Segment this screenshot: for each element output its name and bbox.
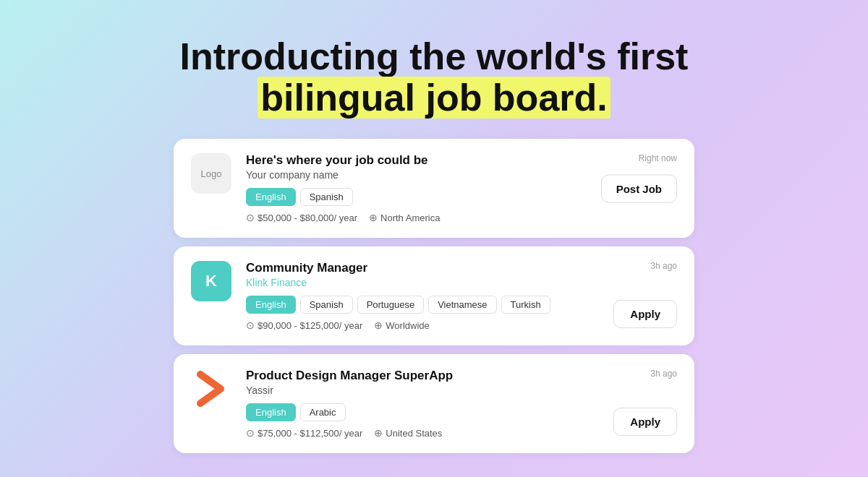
job-company: Klink Finance	[246, 277, 677, 288]
tag-vietnamese: Vietnamese	[428, 296, 496, 314]
job-company: Yassir	[246, 384, 677, 396]
tag-arabic: Arabic	[300, 403, 346, 421]
location-value: United States	[386, 428, 442, 439]
salary-value: $90,000 - $125,000/ year	[258, 320, 362, 331]
job-card-content: 3h ago Product Design Manager SuperApp Y…	[246, 369, 677, 439]
salary-icon: ⊙	[246, 212, 255, 223]
salary-info: ⊙ $50,000 - $80,000/ year	[246, 212, 357, 223]
job-card-community-manager: K 3h ago Community Manager Klink Finance…	[174, 246, 694, 345]
job-title: Product Design Manager SuperApp	[246, 369, 677, 383]
company-logo-klink: K	[191, 261, 231, 301]
language-tags: English Spanish Portuguese Vietnamese Tu…	[246, 296, 677, 314]
salary-value: $75,000 - $112,500/ year	[258, 428, 362, 439]
location-icon: ⊕	[369, 212, 378, 223]
company-logo-yassir	[191, 369, 231, 409]
location-info: ⊕ United States	[374, 427, 442, 439]
location-info: ⊕ North America	[369, 212, 440, 223]
yassir-chevron	[191, 369, 231, 409]
location-value: Worldwide	[386, 320, 429, 331]
hero-line2: bilingual job board.	[180, 77, 689, 119]
job-card-content: 3h ago Community Manager Klink Finance E…	[246, 261, 677, 331]
job-time: 3h ago	[650, 261, 677, 271]
job-meta: ⊙ $50,000 - $80,000/ year ⊕ North Americ…	[246, 212, 677, 223]
apply-button[interactable]: Apply	[613, 300, 677, 328]
job-meta: ⊙ $90,000 - $125,000/ year ⊕ Worldwide	[246, 319, 677, 331]
language-tags: English Arabic	[246, 403, 677, 421]
hero-line1: Introducting the world's first	[180, 36, 689, 77]
salary-info: ⊙ $75,000 - $112,500/ year	[246, 427, 362, 439]
job-card-product-design: 3h ago Product Design Manager SuperApp Y…	[174, 354, 694, 453]
tag-turkish: Turkish	[501, 296, 550, 314]
job-title: Here's where your job could be	[246, 153, 677, 168]
job-meta: ⊙ $75,000 - $112,500/ year ⊕ United Stat…	[246, 427, 677, 439]
salary-value: $50,000 - $80,000/ year	[258, 212, 357, 223]
salary-icon: ⊙	[246, 319, 255, 331]
job-time: Right now	[639, 153, 677, 163]
apply-button-2[interactable]: Apply	[613, 408, 677, 436]
location-icon: ⊕	[374, 427, 383, 439]
job-listings: Logo Right now Here's where your job cou…	[174, 139, 694, 453]
company-logo-placeholder: Logo	[191, 153, 231, 194]
job-card-placeholder: Logo Right now Here's where your job cou…	[174, 139, 694, 238]
job-time: 3h ago	[650, 369, 677, 379]
tag-spanish: Spanish	[300, 188, 353, 206]
job-title: Community Manager	[246, 261, 677, 275]
tag-spanish: Spanish	[300, 296, 353, 314]
tag-english: English	[246, 296, 296, 314]
location-info: ⊕ Worldwide	[374, 319, 429, 331]
post-job-button[interactable]: Post Job	[601, 174, 677, 202]
tag-english: English	[246, 403, 296, 421]
hero-highlight: bilingual job board.	[258, 77, 610, 119]
salary-info: ⊙ $90,000 - $125,000/ year	[246, 319, 362, 331]
tag-portuguese: Portuguese	[357, 296, 425, 314]
hero-section: Introducting the world's first bilingual…	[180, 36, 689, 119]
salary-icon: ⊙	[246, 427, 255, 439]
location-value: North America	[380, 212, 440, 223]
location-icon: ⊕	[374, 319, 383, 331]
tag-english: English	[246, 188, 296, 206]
